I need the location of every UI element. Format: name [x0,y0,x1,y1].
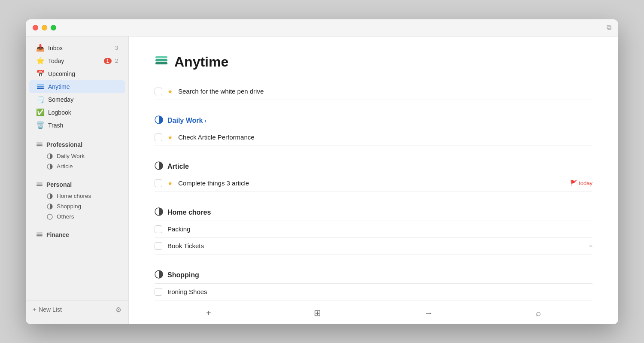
sidebar-subitem-others[interactable]: Others [29,212,125,222]
section-link-daily-work[interactable]: Daily Work › [167,117,207,124]
professional-header[interactable]: Professional [29,139,125,151]
trash-label: Trash [48,122,118,129]
sidebar-item-trash[interactable]: 🗑️ Trash [29,119,125,132]
sidebar-item-today[interactable]: ⭐ Today 1 2 [29,55,125,67]
task-due-today: 🚩 today [570,180,592,186]
search-button[interactable]: ⌕ [527,305,550,322]
sidebar-item-anytime[interactable]: Anytime [29,80,125,93]
svg-rect-18 [155,59,167,61]
sidebar-item-someday[interactable]: 🗒️ Someday [29,93,125,106]
upcoming-icon: 📅 [36,70,45,78]
task-checkbox[interactable] [155,242,162,250]
svg-rect-9 [36,183,43,185]
svg-rect-3 [36,145,43,146]
sidebar-subitem-home-chores[interactable]: Home chores [29,191,125,201]
section-title-article: Article [167,163,189,170]
task-checkbox[interactable] [155,225,162,233]
sidebar-subitem-shopping[interactable]: Shopping [29,201,125,212]
daily-work-icon [46,153,53,160]
svg-rect-2 [37,84,44,85]
close-button[interactable] [33,25,38,30]
add-button[interactable]: + [197,305,220,322]
sidebar-subitem-article[interactable]: Article [29,161,125,172]
arrow-button[interactable]: → [416,305,441,322]
anytime-label: Anytime [48,83,118,90]
maximize-button[interactable] [51,25,56,30]
home-chores-label: Home chores [57,193,91,199]
daily-work-label: Daily Work [57,153,85,159]
svg-point-13 [47,214,52,219]
task-item: ★ Search for the white pen drive [155,83,592,100]
task-checkbox[interactable] [155,134,162,141]
anytime-icon [36,82,45,91]
professional-icon [36,141,43,149]
note-icon: ≡ [589,243,592,249]
section-header-home-chores: Home chores [155,200,592,221]
article-label: Article [57,163,73,170]
star-icon: ★ [167,88,173,95]
titlebar: ⧉ [26,19,618,36]
task-label: Packing [167,225,592,233]
sidebar-subitem-daily-work[interactable]: Daily Work [29,151,125,161]
main-content: 📥 Inbox 3 ⭐ Today 1 2 📅 Upcoming [26,36,618,324]
upcoming-label: Upcoming [48,70,118,77]
section-icon-article [155,161,163,172]
page-title-icon [155,54,168,70]
star-icon: ★ [167,134,173,141]
logbook-icon: ✅ [36,108,45,117]
section-header-article: Article [155,155,592,175]
task-item: ★ Complete things 3 article 🚩 today [155,175,592,192]
section-daily-work: Daily Work › ★ Check Article Performance [155,109,592,146]
chevron-right-icon: › [204,118,206,124]
page-title-row: Anytime [155,54,592,70]
new-list-button[interactable]: + New List [33,306,62,313]
svg-rect-10 [36,182,43,183]
task-checkbox[interactable] [155,179,162,187]
today-label: Today [48,58,100,64]
section-header-shopping: Shopping [155,263,592,284]
finance-header[interactable]: Finance [29,229,125,241]
group-professional: Professional Daily Work [26,139,128,172]
sidebar-item-inbox[interactable]: 📥 Inbox 3 [29,42,125,55]
grid-button[interactable]: ⊞ [305,304,330,322]
inbox-count: 3 [115,45,118,51]
task-checkbox[interactable] [155,88,162,95]
task-label: Ironing Shoes [167,288,592,295]
today-icon: ⭐ [36,57,45,65]
filter-icon[interactable]: ⚙ [115,306,122,314]
sidebar-footer: + New List ⚙ [26,300,128,319]
task-checkbox[interactable] [155,288,162,296]
task-label: Check Article Performance [178,134,592,141]
app-window: ⧉ 📥 Inbox 3 ⭐ Today 1 2 📅 U [26,19,618,324]
today-count: 2 [115,58,118,64]
flag-icon: 🚩 [570,180,577,186]
task-label: Search for the white pen drive [178,88,592,95]
star-icon: ★ [167,180,173,187]
section-title-daily-work: Daily Work [167,117,203,124]
task-item: Packing [155,221,592,238]
sidebar-item-logbook[interactable]: ✅ Logbook [29,106,125,119]
svg-rect-1 [37,86,44,87]
others-label: Others [57,213,74,220]
svg-rect-5 [36,142,43,143]
sidebar-item-upcoming[interactable]: 📅 Upcoming [29,67,125,80]
personal-header[interactable]: Personal [29,179,125,191]
svg-rect-8 [36,185,43,186]
window-action-icon[interactable]: ⧉ [607,24,611,31]
traffic-lights [33,25,56,30]
minimize-button[interactable] [42,25,47,30]
page-title: Anytime [174,54,228,70]
section-title-shopping: Shopping [167,271,199,279]
others-icon [46,213,53,220]
svg-rect-17 [155,62,167,64]
inbox-icon: 📥 [36,44,45,52]
someday-icon: 🗒️ [36,95,45,104]
section-icon-home-chores [155,207,163,218]
finance-icon [36,231,43,239]
bottom-toolbar: + ⊞ → ⌕ [129,302,618,324]
section-icon-daily-work [155,115,163,126]
section-icon-shopping [155,270,163,281]
task-item: ★ Check Article Performance [155,129,592,146]
svg-rect-16 [36,232,43,234]
svg-rect-4 [36,143,43,145]
